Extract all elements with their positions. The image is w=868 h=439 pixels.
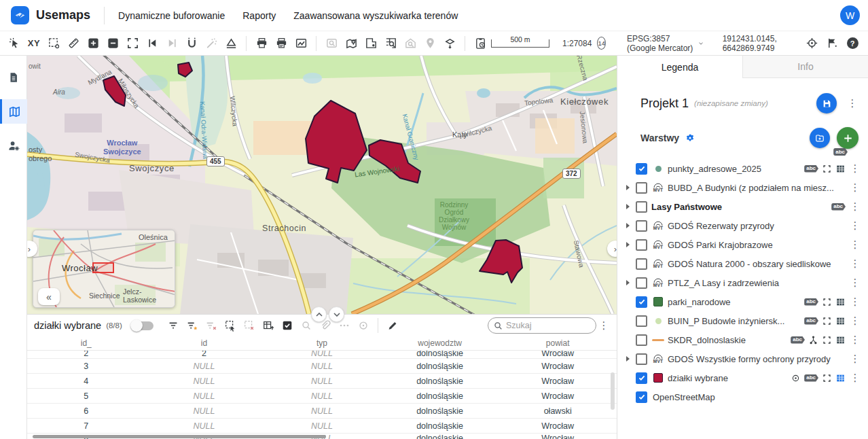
table-row[interactable]: 2 2 NULL dolnośląskie Wrocław xyxy=(27,351,617,359)
edit-pencil-icon[interactable] xyxy=(384,317,401,334)
overview-collapse-button[interactable]: « xyxy=(38,288,60,305)
parcel-pin-icon[interactable] xyxy=(362,35,380,52)
layer-row[interactable]: Lasy Państwowe abc ⋮ xyxy=(617,197,868,216)
clear-selection-icon[interactable] xyxy=(240,317,258,334)
column-header[interactable]: powiat xyxy=(499,338,617,348)
xy-coordinates-button[interactable]: XY xyxy=(25,35,43,52)
layer-row[interactable]: OpenStreetMap xyxy=(617,387,868,406)
label-abc-badge[interactable]: abc xyxy=(804,165,818,173)
full-extent-icon[interactable] xyxy=(124,35,141,52)
expand-chevron-icon[interactable] xyxy=(626,242,636,247)
address-search-icon[interactable] xyxy=(401,35,419,52)
user-avatar[interactable]: W xyxy=(840,5,860,25)
layer-row[interactable]: MVT GDOŚ Wszystkie formy ochrony przyrod… xyxy=(617,349,868,368)
layer-menu-kebab[interactable]: ⋮ xyxy=(849,200,861,213)
layer-checkbox-checked[interactable] xyxy=(636,163,647,175)
report-history-icon[interactable] xyxy=(471,35,489,52)
layer-menu-kebab[interactable]: ⋮ xyxy=(849,372,861,384)
parcel-search-icon[interactable] xyxy=(382,35,399,52)
layers-transfer-icon[interactable] xyxy=(441,35,458,52)
label-abc-badge[interactable]: abc xyxy=(804,374,818,382)
layer-checkbox-unchecked[interactable] xyxy=(636,315,647,327)
layer-menu-kebab[interactable]: ⋮ xyxy=(849,334,861,346)
layer-checkbox-unchecked[interactable] xyxy=(636,220,647,232)
table-row[interactable]: 7 NULL NULL dolnośląskie Wrocław xyxy=(27,419,617,434)
print-template-icon[interactable] xyxy=(272,35,290,52)
open-table-icon[interactable] xyxy=(835,164,846,174)
open-table-icon[interactable] xyxy=(835,335,846,345)
layer-menu-kebab[interactable]: ⋮ xyxy=(849,258,861,270)
table-menu-kebab[interactable]: ⋮ xyxy=(598,319,610,332)
target-icon[interactable] xyxy=(791,373,801,383)
label-abc-badge[interactable]: abc xyxy=(833,148,848,156)
layer-checkbox-checked[interactable] xyxy=(636,391,647,403)
layer-checkbox-unchecked[interactable] xyxy=(636,201,647,213)
add-layer-button[interactable] xyxy=(837,127,858,149)
table-row[interactable]: 5 NULL NULL dolnośląskie Wrocław xyxy=(27,389,617,404)
layer-checkbox-unchecked[interactable] xyxy=(636,334,647,346)
sidebar-item-documents[interactable] xyxy=(0,65,27,90)
print-chart-icon[interactable] xyxy=(292,35,310,52)
layer-checkbox-checked[interactable] xyxy=(636,296,647,308)
column-header[interactable]: id xyxy=(145,338,264,348)
help-icon[interactable]: ? xyxy=(844,35,861,52)
location-pin-icon[interactable] xyxy=(421,35,439,52)
label-abc-badge[interactable]: abc xyxy=(804,317,818,325)
import-layer-icon[interactable] xyxy=(222,35,240,52)
layer-row[interactable]: MVT GDOŚ Parki Krajobrazowe ⋮ xyxy=(617,235,868,254)
layer-menu-kebab[interactable]: ⋮ xyxy=(849,315,861,327)
marquee-select-icon[interactable] xyxy=(45,35,62,52)
layer-row[interactable]: BUIN_P Budowle inżyniersk... abc ⋮ xyxy=(617,311,868,330)
pan-to-feature-icon[interactable] xyxy=(355,317,372,334)
map-pin-icon[interactable] xyxy=(342,35,360,52)
layer-menu-kebab[interactable]: ⋮ xyxy=(849,181,861,194)
layer-checkbox-checked[interactable] xyxy=(636,372,647,384)
save-project-button[interactable] xyxy=(816,93,837,113)
menu-item-advanced-search[interactable]: Zaawansowana wyszukiwarka terenów xyxy=(293,10,458,21)
label-abc-badge[interactable]: abc xyxy=(804,298,818,306)
table-export-icon[interactable] xyxy=(259,317,277,334)
expand-chevron-icon[interactable] xyxy=(626,356,636,362)
panel-expand-up-button[interactable] xyxy=(311,306,327,322)
projection-select[interactable]: EPSG:3857 (Google Mercator) xyxy=(627,34,703,53)
select-by-rectangle-icon[interactable] xyxy=(221,317,239,334)
layer-checkbox-unchecked[interactable] xyxy=(636,258,647,270)
table-row[interactable]: 4 NULL NULL dolnośląskie Wrocław xyxy=(27,374,617,389)
label-abc-badge[interactable]: abc xyxy=(831,203,846,211)
column-header[interactable]: wojewodztw xyxy=(381,338,499,348)
magic-wand-icon[interactable] xyxy=(202,35,220,52)
filter-icon[interactable] xyxy=(164,317,182,334)
zoom-to-layer-icon[interactable] xyxy=(822,297,832,307)
open-table-icon[interactable] xyxy=(835,297,846,307)
sidebar-item-user-settings[interactable] xyxy=(0,133,27,158)
print-icon[interactable] xyxy=(253,35,270,52)
zoom-to-layer-icon[interactable] xyxy=(822,316,832,326)
layer-menu-kebab[interactable]: ⋮ xyxy=(849,162,861,175)
expand-chevron-icon[interactable] xyxy=(626,223,636,228)
smart-select-icon[interactable] xyxy=(5,35,23,52)
layers-settings-gear-icon[interactable] xyxy=(685,133,695,143)
next-extent-icon[interactable] xyxy=(163,35,181,52)
open-table-icon[interactable] xyxy=(835,316,846,326)
layer-row[interactable]: MVT PTLZ_A Lasy i zadrzewienia ⋮ xyxy=(617,273,868,292)
vertical-scrollbar[interactable] xyxy=(611,372,615,410)
panel-collapse-down-button[interactable] xyxy=(329,306,344,322)
zoom-to-layer-icon[interactable] xyxy=(822,164,832,174)
filter-toggle[interactable] xyxy=(132,321,153,330)
map-flag-icon[interactable] xyxy=(823,35,841,52)
locate-crosshair-icon[interactable] xyxy=(803,35,820,52)
map-canvas[interactable]: Mydlana Miłoszycka Wilczycka Kanał Odra-… xyxy=(27,56,617,314)
overview-viewport-rect[interactable] xyxy=(93,263,113,273)
filter-save-icon[interactable] xyxy=(183,317,201,334)
open-table-icon-active[interactable] xyxy=(835,373,846,383)
usemaps-logo-icon[interactable] xyxy=(11,6,29,24)
zoom-to-layer-icon[interactable] xyxy=(822,335,832,345)
layer-row[interactable]: MVT GDOŚ Rezerwaty przyrody ⋮ xyxy=(617,216,868,235)
menu-item-reports[interactable]: Raporty xyxy=(242,10,276,21)
layer-menu-kebab[interactable]: ⋮ xyxy=(849,277,861,289)
layer-row[interactable]: punkty_adresowe_2025 abc ⋮ xyxy=(617,159,868,178)
label-abc-badge[interactable]: abc xyxy=(791,336,805,344)
network-branch-icon[interactable] xyxy=(808,335,818,345)
horizontal-scrollbar[interactable] xyxy=(33,435,326,438)
table-row[interactable]: 6 NULL NULL dolnośląskie oławski xyxy=(27,404,617,419)
